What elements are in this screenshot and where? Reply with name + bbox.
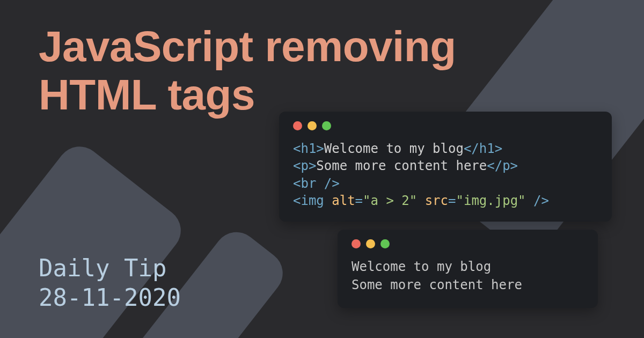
code-content-output: Welcome to my blog Some more content her… [352,258,584,294]
code-content-input: <h1>Welcome to my blog</h1><p>Some more … [293,140,598,210]
traffic-light-red-icon [293,121,302,130]
traffic-lights [293,121,598,130]
traffic-light-red-icon [352,239,361,248]
traffic-light-green-icon [322,121,331,130]
subtitle: Daily Tip 28-11-2020 [39,253,181,312]
code-window-output: Welcome to my blog Some more content her… [338,230,598,308]
traffic-light-green-icon [380,239,390,248]
traffic-lights [352,239,584,248]
page-title: JavaScript removing HTML tags [39,23,575,119]
code-window-input: <h1>Welcome to my blog</h1><p>Some more … [279,112,612,222]
traffic-light-yellow-icon [366,239,375,248]
subtitle-label: Daily Tip [39,253,181,283]
traffic-light-yellow-icon [308,121,317,130]
subtitle-date: 28-11-2020 [39,283,181,312]
